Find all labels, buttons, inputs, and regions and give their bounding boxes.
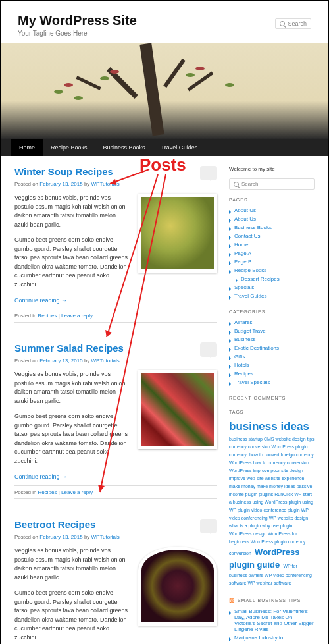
page-link[interactable]: Recipe Books [229, 266, 315, 275]
page-link[interactable]: Travel Guides [229, 292, 315, 300]
category-link[interactable]: Hotels [229, 361, 315, 369]
nav-recipe-books[interactable]: Recipe Books [43, 139, 95, 156]
comment-bubble-icon[interactable] [200, 342, 217, 357]
nav-business-books[interactable]: Business Books [95, 139, 153, 156]
page-link[interactable]: About Us [229, 206, 315, 215]
rss-item[interactable]: Small Business: For Valentine's Day, Ado… [229, 607, 315, 633]
category-link[interactable]: Travel Specials [229, 378, 315, 387]
welcome-text: Welcome to my site [229, 166, 315, 172]
post-title[interactable]: Beetroot Recipes [14, 519, 217, 530]
post-meta: Posted on February 13, 2015 by WPTutoria… [14, 181, 217, 187]
page-link[interactable]: About Us [229, 215, 315, 223]
page-link[interactable]: Page A [229, 249, 315, 257]
rss-item[interactable]: Marijuana Industry in [229, 633, 315, 642]
recent-comments-widget: RECENT COMMENTS [229, 396, 315, 400]
pages-widget: PAGES About Us About Us Business Books C… [229, 198, 315, 300]
comment-bubble-icon[interactable] [200, 519, 217, 533]
widget-title: TAGS [229, 410, 315, 414]
sidebar-search[interactable]: Search [229, 178, 315, 190]
search-icon [234, 182, 239, 187]
rss-widget: ▧ SMALL BUSINESS TIPS Small Business: Fo… [229, 597, 315, 642]
category-link[interactable]: Airfares [229, 318, 315, 327]
widget-title: RECENT COMMENTS [229, 396, 315, 400]
post: Beetroot Recipes Posted on February 13, … [14, 519, 217, 644]
post-footer: Posted in Recipes | Leave a reply [14, 485, 217, 499]
post-meta: Posted on February 13, 2015 by WPTutoria… [14, 358, 217, 363]
page-link[interactable]: Dessert Recipes [229, 275, 315, 283]
page-link[interactable]: Business Books [229, 223, 315, 232]
page-link[interactable]: Page B [229, 257, 315, 266]
post-excerpt: Veggies es bonus vobis, proinde vos post… [14, 370, 128, 466]
post-meta: Posted on February 13, 2015 by WPTutoria… [14, 534, 217, 540]
comment-bubble-icon[interactable] [200, 166, 217, 180]
post: Summer Salad Recipes Posted on February … [14, 342, 217, 499]
category-link[interactable]: Exotic Destinations [229, 344, 315, 352]
categories-widget: CATEGORIES Airfares Budget Travel Busine… [229, 309, 315, 387]
category-link[interactable]: Business [229, 335, 315, 344]
tag-link[interactable]: business ideas [229, 420, 309, 433]
post-thumbnail[interactable] [138, 547, 217, 626]
page-link[interactable]: Contact Us [229, 232, 315, 240]
post: Winter Soup Recipes Posted on February 1… [14, 166, 217, 323]
post-thumbnail[interactable] [138, 194, 217, 273]
post-thumbnail[interactable] [138, 370, 217, 449]
site-title[interactable]: My WordPress Site [18, 13, 311, 28]
continue-reading-link[interactable]: Continue reading → [14, 297, 67, 304]
category-link[interactable]: Gifts [229, 352, 315, 361]
main-nav: Home Recipe Books Business Books Travel … [1, 139, 328, 156]
post-excerpt: Veggies es bonus vobis, proinde vos post… [14, 194, 128, 289]
nav-home[interactable]: Home [11, 139, 43, 156]
continue-reading-link[interactable]: Continue reading → [14, 473, 67, 480]
tag-cloud: business startup CMS website design tips… [229, 437, 315, 556]
post-excerpt: Veggies es bonus vobis, proinde vos post… [14, 547, 128, 642]
page-link[interactable]: Home [229, 240, 315, 249]
nav-travel-guides[interactable]: Travel Guides [153, 139, 206, 156]
site-tagline: Your Tagline Goes Here [18, 30, 311, 37]
category-link[interactable]: Recipes [229, 369, 315, 378]
post-title[interactable]: Summer Salad Recipes [14, 342, 217, 354]
widget-title: PAGES [229, 198, 315, 202]
header-banner[interactable] [1, 43, 328, 139]
post-footer: Posted in Recipes | Leave a reply [14, 309, 217, 323]
page-link[interactable]: Specials [229, 283, 315, 292]
tags-widget: TAGS business ideas business startup CMS… [229, 410, 315, 587]
widget-title: ▧ SMALL BUSINESS TIPS [229, 597, 315, 603]
category-link[interactable]: Budget Travel [229, 327, 315, 335]
header-search[interactable]: Search [275, 18, 311, 29]
search-icon [280, 21, 285, 26]
widget-title: CATEGORIES [229, 309, 315, 314]
post-title[interactable]: Winter Soup Recipes [14, 166, 217, 177]
rss-icon: ▧ [229, 597, 236, 603]
